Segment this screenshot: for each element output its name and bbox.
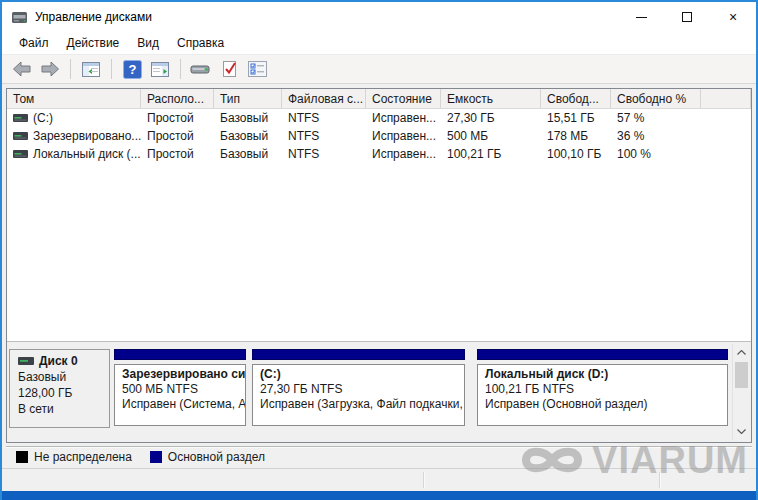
scrollbar-thumb[interactable] bbox=[735, 362, 748, 388]
free-cell: 100,10 ГБ bbox=[541, 147, 611, 161]
help-button[interactable]: ? bbox=[120, 58, 144, 80]
toolbar-separator bbox=[70, 59, 71, 79]
partition-c[interactable]: (C:) 27,30 ГБ NTFS Исправен (Загрузка, Ф… bbox=[252, 349, 465, 430]
disk-properties-icon bbox=[190, 62, 212, 76]
disk-management-window: Управление дисками × Файл Действие Вид С… bbox=[0, 0, 758, 500]
toolbar: ? bbox=[2, 55, 756, 84]
partition-color-stripe bbox=[477, 349, 728, 360]
scroll-up-button[interactable] bbox=[733, 344, 750, 361]
close-button[interactable]: × bbox=[710, 2, 756, 32]
filesystem-cell: NTFS bbox=[282, 111, 366, 125]
disk-name: Диск 0 bbox=[39, 353, 78, 369]
main-panel: Том Располо... Тип Файловая с... Состоян… bbox=[6, 88, 752, 443]
chevron-up-icon bbox=[737, 350, 746, 355]
disk-header[interactable]: Диск 0 Базовый 128,00 ГБ В сети bbox=[9, 349, 110, 428]
partition-status: Исправен (Загрузка, Файл подкачки, А bbox=[260, 397, 464, 412]
menu-action[interactable]: Действие bbox=[58, 33, 129, 53]
type-cell: Базовый bbox=[214, 111, 282, 125]
column-header-layout[interactable]: Располо... bbox=[141, 89, 214, 108]
scroll-down-button[interactable] bbox=[733, 423, 750, 440]
window-bottom-border bbox=[2, 491, 756, 500]
capacity-cell: 100,21 ГБ bbox=[441, 147, 541, 161]
free-pct-cell: 36 % bbox=[611, 129, 701, 143]
volume-list: Том Располо... Тип Файловая с... Состоян… bbox=[7, 89, 751, 341]
app-icon bbox=[11, 10, 28, 25]
maximize-button[interactable] bbox=[664, 2, 710, 32]
filesystem-cell: NTFS bbox=[282, 129, 366, 143]
forward-button[interactable] bbox=[38, 58, 62, 80]
disk-properties-button[interactable] bbox=[189, 58, 213, 80]
check-page-button[interactable] bbox=[217, 58, 241, 80]
partition-title: (C:) bbox=[260, 367, 464, 382]
partition-status: Исправен (Система, А bbox=[122, 397, 245, 412]
free-pct-cell: 100 % bbox=[611, 147, 701, 161]
legend-label: Основной раздел bbox=[168, 450, 265, 464]
check-page-icon bbox=[221, 60, 238, 78]
volume-icon bbox=[13, 132, 28, 140]
partition-body: Локальный диск (D:) 100,21 ГБ NTFS Испра… bbox=[477, 364, 728, 426]
type-cell: Базовый bbox=[214, 147, 282, 161]
column-header-status[interactable]: Состояние bbox=[366, 89, 441, 108]
help-icon: ? bbox=[123, 60, 142, 79]
toolbar-separator bbox=[111, 59, 112, 79]
free-cell: 15,51 ГБ bbox=[541, 111, 611, 125]
column-header-filler bbox=[701, 89, 751, 108]
legend-bar: Не распределена Основной раздел bbox=[6, 446, 752, 466]
menu-help[interactable]: Справка bbox=[168, 33, 233, 53]
legend-item-unallocated: Не распределена bbox=[16, 450, 132, 464]
menu-bar: Файл Действие Вид Справка bbox=[2, 32, 756, 55]
table-row[interactable]: Зарезервировано... Простой Базовый NTFS … bbox=[7, 127, 751, 145]
capacity-cell: 27,30 ГБ bbox=[441, 111, 541, 125]
column-header-free-pct[interactable]: Свободно % bbox=[611, 89, 701, 108]
legend-item-primary: Основной раздел bbox=[150, 450, 265, 464]
console-tree-icon bbox=[82, 62, 100, 77]
checklist-icon bbox=[248, 61, 267, 77]
layout-cell: Простой bbox=[141, 147, 214, 161]
menu-view[interactable]: Вид bbox=[128, 33, 168, 53]
graphic-view: Диск 0 Базовый 128,00 ГБ В сети Зарезерв… bbox=[7, 341, 751, 442]
content-area: Том Располо... Тип Файловая с... Состоян… bbox=[2, 84, 756, 466]
volume-name-cell: (C:) bbox=[7, 111, 141, 125]
partition-d[interactable]: Локальный диск (D:) 100,21 ГБ NTFS Испра… bbox=[477, 349, 728, 430]
console-tree-button[interactable] bbox=[79, 58, 103, 80]
action-pane-icon bbox=[151, 62, 169, 77]
partition-title: Зарезервировано си bbox=[122, 367, 245, 382]
checklist-button[interactable] bbox=[245, 58, 269, 80]
vertical-scrollbar[interactable] bbox=[732, 344, 749, 440]
unallocated-swatch bbox=[16, 451, 28, 463]
minimize-button[interactable] bbox=[618, 2, 664, 32]
back-button[interactable] bbox=[10, 58, 34, 80]
capacity-cell: 500 МБ bbox=[441, 129, 541, 143]
column-header-free[interactable]: Свобод... bbox=[541, 89, 611, 108]
status-bar bbox=[2, 468, 756, 491]
partition-body: (C:) 27,30 ГБ NTFS Исправен (Загрузка, Ф… bbox=[252, 364, 465, 426]
status-cell: Исправен... bbox=[366, 129, 441, 143]
volume-name: Локальный диск (... bbox=[33, 147, 141, 161]
partition-status: Исправен (Основной раздел) bbox=[485, 397, 727, 412]
table-row[interactable]: (C:) Простой Базовый NTFS Исправен... 27… bbox=[7, 109, 751, 127]
column-header-volume[interactable]: Том bbox=[7, 89, 141, 108]
action-pane-button[interactable] bbox=[148, 58, 172, 80]
partition-color-stripe bbox=[252, 349, 465, 360]
column-header-type[interactable]: Тип bbox=[214, 89, 282, 108]
partition-body: Зарезервировано си 500 МБ NTFS Исправен … bbox=[114, 364, 246, 426]
column-header-filesystem[interactable]: Файловая с... bbox=[282, 89, 366, 108]
type-cell: Базовый bbox=[214, 129, 282, 143]
volume-name-cell: Зарезервировано... bbox=[7, 129, 141, 143]
volume-name: Зарезервировано... bbox=[33, 129, 141, 143]
partition-title: Локальный диск (D:) bbox=[485, 367, 727, 382]
layout-cell: Простой bbox=[141, 111, 214, 125]
partition-size: 27,30 ГБ NTFS bbox=[260, 382, 464, 397]
partition-system-reserved[interactable]: Зарезервировано си 500 МБ NTFS Исправен … bbox=[114, 349, 246, 430]
column-header-capacity[interactable]: Емкость bbox=[441, 89, 541, 108]
free-cell: 178 МБ bbox=[541, 129, 611, 143]
statusbar-divider bbox=[423, 472, 424, 488]
disk-status: В сети bbox=[18, 401, 109, 417]
volume-list-header: Том Располо... Тип Файловая с... Состоян… bbox=[7, 89, 751, 109]
menu-file[interactable]: Файл bbox=[10, 33, 58, 53]
table-row[interactable]: Локальный диск (... Простой Базовый NTFS… bbox=[7, 145, 751, 163]
title-bar: Управление дисками × bbox=[2, 2, 756, 32]
statusbar-divider bbox=[659, 472, 660, 488]
disk-type: Базовый bbox=[18, 369, 109, 385]
window-controls: × bbox=[618, 2, 756, 32]
